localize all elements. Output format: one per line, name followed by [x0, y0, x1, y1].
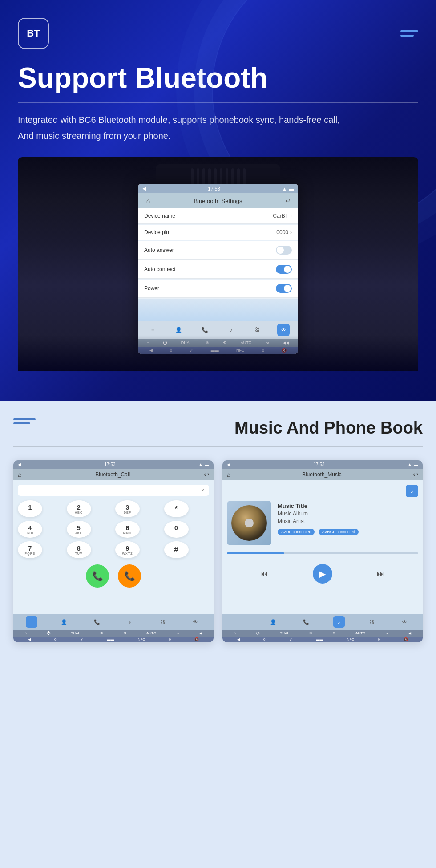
- music-ctrl-recycle[interactable]: ⟲: [332, 631, 335, 635]
- music-ctrl-auto[interactable]: AUTO: [355, 631, 365, 635]
- call-ctrl2-back[interactable]: ◀: [28, 637, 31, 641]
- call-back-btn[interactable]: ↩: [204, 471, 209, 478]
- tab-menu[interactable]: ≡: [146, 324, 159, 336]
- prev-track-button[interactable]: ⏮: [256, 566, 272, 582]
- music-ctrl2-bar[interactable]: ▬▬: [316, 637, 323, 641]
- call-tab-music[interactable]: ♪: [124, 616, 136, 628]
- call-ctrl2-z2[interactable]: 0: [169, 637, 170, 641]
- call-ctrl-dual[interactable]: DUAL: [71, 631, 80, 635]
- music-tab-link[interactable]: ⛓: [366, 616, 377, 628]
- home-button[interactable]: ⌂: [143, 196, 153, 206]
- screen-title: Bluetooth_Settings: [194, 198, 242, 204]
- dialer-6[interactable]: 6MNO: [115, 521, 140, 538]
- music-ctrl-vol[interactable]: ◀: [408, 631, 411, 635]
- music-ctrl-power[interactable]: ⏻: [256, 631, 259, 635]
- redial-button[interactable]: 📞: [118, 564, 141, 588]
- music-ctrl-home[interactable]: ⌂: [234, 631, 236, 635]
- music-ctrl-snow[interactable]: ❄: [309, 631, 312, 635]
- back-button[interactable]: ↩: [283, 196, 293, 206]
- dialer-7[interactable]: 7PQRS: [18, 541, 42, 558]
- avrcp-badge: AVRCP connected: [319, 529, 359, 535]
- call-home-btn[interactable]: ⌂: [18, 471, 21, 478]
- next-track-button[interactable]: ⏭: [373, 566, 389, 582]
- dialer-hash[interactable]: #: [164, 541, 189, 558]
- battery-icon: ▬: [289, 186, 294, 191]
- call-ctrl-recycle[interactable]: ⟲: [123, 631, 126, 635]
- dialer-2[interactable]: 2ABC: [67, 500, 91, 517]
- music-ctrl2-back[interactable]: ◀: [237, 637, 240, 641]
- call-ctrl2-nfc: NFC: [138, 637, 145, 641]
- device-pin-row[interactable]: Device pin 0000 ›: [138, 225, 298, 240]
- music-ctrl2-z2[interactable]: 0: [378, 637, 379, 641]
- dialer-4[interactable]: 4GHI: [18, 521, 42, 538]
- power-toggle[interactable]: [276, 284, 292, 293]
- dialer-3[interactable]: 3DEF: [115, 500, 140, 517]
- status-icons: ▲ ▬: [282, 186, 294, 191]
- music-back-btn[interactable]: ↩: [413, 471, 418, 478]
- hero-section: BT Support Bluetooth Integrated with BC6…: [0, 0, 436, 401]
- music-tab-phone[interactable]: 📞: [300, 616, 312, 628]
- music-tab-contacts[interactable]: 👤: [267, 616, 279, 628]
- call-ctrl-home[interactable]: ⌂: [25, 631, 27, 635]
- tab-contacts[interactable]: 👤: [173, 324, 185, 336]
- music-ctrl2-mute[interactable]: 🔇: [404, 637, 408, 641]
- call-tab-phone[interactable]: 📞: [91, 616, 103, 628]
- back-arrow[interactable]: ◀: [142, 186, 146, 191]
- music-note-icon[interactable]: ♪: [406, 485, 418, 497]
- music-ctrl-dual[interactable]: DUAL: [280, 631, 289, 635]
- call-ctrl2-bar[interactable]: ▬▬: [107, 637, 114, 641]
- music-ctrl-arrows[interactable]: ↝: [385, 631, 388, 635]
- call-ctrl-vol[interactable]: ◀: [199, 631, 202, 635]
- play-pause-button[interactable]: ▶: [313, 564, 332, 584]
- dialer-5[interactable]: 5JKL: [67, 521, 91, 538]
- tab-phone[interactable]: 📞: [199, 324, 211, 336]
- hero-header: BT: [18, 18, 418, 49]
- call-ctrl-power[interactable]: ⏻: [47, 631, 50, 635]
- call-ctrl-auto[interactable]: AUTO: [146, 631, 156, 635]
- call-ctrl2-z1[interactable]: 0: [54, 637, 56, 641]
- dialer-0plus[interactable]: 0+: [164, 521, 189, 538]
- tab-music[interactable]: ♪: [225, 324, 237, 336]
- hamburger-menu-icon[interactable]: [400, 30, 418, 37]
- call-button[interactable]: 📞: [86, 564, 109, 588]
- bluetooth-settings-screen: ◀ 17:53 ▲ ▬ ⌂ Bluetooth_Settings ↩ Devic…: [138, 184, 298, 354]
- tab-bluetooth-active[interactable]: 👁: [277, 324, 290, 336]
- power-row[interactable]: Power: [138, 280, 298, 298]
- close-search-icon[interactable]: ✕: [201, 487, 205, 493]
- bottom-hamburger-icon[interactable]: [13, 418, 36, 424]
- music-ctrl2-down[interactable]: ↙: [289, 637, 292, 641]
- dialer-star[interactable]: *: [164, 500, 189, 517]
- music-home-btn[interactable]: ⌂: [227, 471, 230, 478]
- music-tab-bt[interactable]: 👁: [399, 616, 410, 628]
- call-tab-menu[interactable]: ≡: [26, 616, 37, 628]
- music-tab-menu[interactable]: ≡: [235, 616, 246, 628]
- tab-link[interactable]: ⛓: [251, 324, 263, 336]
- settings-list: Device name CarBT › Device pin 0000 › Au…: [138, 208, 298, 321]
- music-ctrl2-z1[interactable]: 0: [263, 637, 265, 641]
- auto-answer-toggle[interactable]: [276, 246, 292, 255]
- dialer-9[interactable]: 9WXYZ: [115, 541, 140, 558]
- call-ctrl-arrows[interactable]: ↝: [176, 631, 179, 635]
- auto-connect-row[interactable]: Auto connect: [138, 260, 298, 279]
- music-back-arrow[interactable]: ◀: [227, 462, 230, 467]
- music-ctrl-bar2: ◀ 0 ↙ ▬▬ NFC 0 🔇: [222, 637, 423, 642]
- dialer-8[interactable]: 8TUV: [67, 541, 91, 558]
- dialer-1[interactable]: 1—: [18, 500, 42, 517]
- call-ctrl2-mute[interactable]: 🔇: [194, 637, 199, 641]
- bottom-title: Music And Phone Book: [234, 418, 423, 438]
- music-progress-bar[interactable]: [227, 552, 418, 554]
- chevron-icon-2: ›: [290, 229, 292, 235]
- auto-connect-toggle[interactable]: [276, 265, 292, 274]
- call-back-arrow[interactable]: ◀: [18, 462, 21, 467]
- call-tab-contacts[interactable]: 👤: [58, 616, 70, 628]
- bottom-header: Music And Phone Book: [13, 418, 423, 438]
- call-ctrl-snow[interactable]: ❄: [100, 631, 103, 635]
- call-tab-link[interactable]: ⛓: [157, 616, 168, 628]
- call-ctrl2-down[interactable]: ↙: [80, 637, 83, 641]
- music-tab-music-active[interactable]: ♪: [333, 616, 345, 628]
- call-tab-bt[interactable]: 👁: [190, 616, 201, 628]
- music-statusbar: ◀ 17:53 ▲ ▬: [222, 460, 423, 469]
- auto-answer-row[interactable]: Auto answer: [138, 241, 298, 260]
- search-bar[interactable]: ✕: [18, 485, 209, 496]
- device-name-row[interactable]: Device name CarBT ›: [138, 208, 298, 224]
